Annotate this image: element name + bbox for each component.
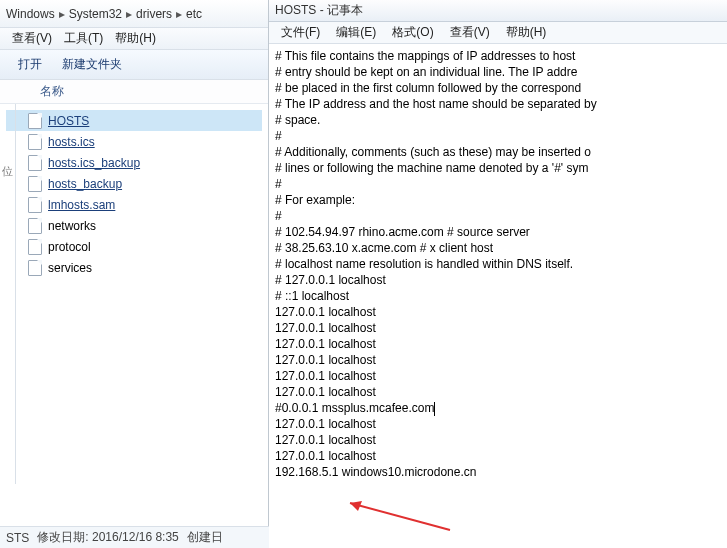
menu-file[interactable]: 文件(F) [273, 24, 328, 41]
menu-help[interactable]: 帮助(H) [109, 30, 162, 47]
nav-pane-edge: 位 [0, 104, 16, 484]
text-line: # 127.0.0.1 localhost [275, 272, 721, 288]
menu-tools[interactable]: 工具(T) [58, 30, 109, 47]
chevron-right-icon: ▸ [57, 7, 67, 21]
text-line: # space. [275, 112, 721, 128]
file-name: networks [48, 219, 96, 233]
menu-format[interactable]: 格式(O) [384, 24, 441, 41]
file-icon [28, 155, 42, 171]
status-mid: 修改日期: 2016/12/16 8:35 [37, 529, 178, 546]
file-item[interactable]: lmhosts.sam [6, 194, 262, 215]
chevron-right-icon: ▸ [174, 7, 184, 21]
file-icon [28, 239, 42, 255]
text-line: 127.0.0.1 localhost [275, 304, 721, 320]
text-line: # The IP address and the host name shoul… [275, 96, 721, 112]
text-line: # ::1 localhost [275, 288, 721, 304]
text-line: 127.0.0.1 localhost [275, 352, 721, 368]
text-line: #0.0.0.1 mssplus.mcafee.com [275, 400, 721, 416]
text-line: 127.0.0.1 localhost [275, 336, 721, 352]
open-button[interactable]: 打开 [8, 56, 52, 73]
text-line: # This file contains the mappings of IP … [275, 48, 721, 64]
file-item[interactable]: networks [6, 215, 262, 236]
file-name: hosts.ics_backup [48, 156, 140, 170]
text-line: # localhost name resolution is handled w… [275, 256, 721, 272]
status-right: 创建日 [187, 529, 223, 546]
menu-view[interactable]: 查看(V) [6, 30, 58, 47]
file-list: HOSTShosts.icshosts.ics_backuphosts_back… [0, 104, 268, 284]
file-name: services [48, 261, 92, 275]
file-item[interactable]: hosts_backup [6, 173, 262, 194]
file-item[interactable]: HOSTS [6, 110, 262, 131]
file-name: protocol [48, 240, 91, 254]
text-line: 127.0.0.1 localhost [275, 320, 721, 336]
menu-help[interactable]: 帮助(H) [498, 24, 555, 41]
file-item[interactable]: hosts.ics_backup [6, 152, 262, 173]
file-icon [28, 134, 42, 150]
breadcrumb-item[interactable]: drivers [134, 7, 174, 21]
menu-edit[interactable]: 编辑(E) [328, 24, 384, 41]
file-icon [28, 197, 42, 213]
text-line: 127.0.0.1 localhost [275, 368, 721, 384]
file-icon [28, 218, 42, 234]
text-line: # lines or following the machine name de… [275, 160, 721, 176]
explorer-menubar: 查看(V) 工具(T) 帮助(H) [0, 28, 268, 50]
notepad-menubar: 文件(F) 编辑(E) 格式(O) 查看(V) 帮助(H) [269, 22, 727, 44]
chevron-right-icon: ▸ [124, 7, 134, 21]
text-line: # be placed in the first column followed… [275, 80, 721, 96]
statusbar: STS 修改日期: 2016/12/16 8:35 创建日 [0, 526, 269, 548]
notepad-window: HOSTS - 记事本 文件(F) 编辑(E) 格式(O) 查看(V) 帮助(H… [269, 0, 727, 548]
menu-view[interactable]: 查看(V) [442, 24, 498, 41]
text-line: # [275, 176, 721, 192]
new-folder-button[interactable]: 新建文件夹 [52, 56, 132, 73]
file-item[interactable]: hosts.ics [6, 131, 262, 152]
file-item[interactable]: services [6, 257, 262, 278]
text-line: 192.168.5.1 windows10.microdone.cn [275, 464, 721, 480]
breadcrumb-item[interactable]: System32 [67, 7, 124, 21]
text-line: # 102.54.94.97 rhino.acme.com # source s… [275, 224, 721, 240]
breadcrumb-item[interactable]: etc [184, 7, 204, 21]
text-line: 127.0.0.1 localhost [275, 432, 721, 448]
nav-pane-label: 位 [0, 104, 15, 179]
file-item[interactable]: protocol [6, 236, 262, 257]
file-name: HOSTS [48, 114, 89, 128]
file-icon [28, 260, 42, 276]
file-icon [28, 176, 42, 192]
breadcrumb-item[interactable]: Windows [4, 7, 57, 21]
text-line: # [275, 208, 721, 224]
text-line: # [275, 128, 721, 144]
text-line: 127.0.0.1 localhost [275, 416, 721, 432]
text-line: 127.0.0.1 localhost [275, 384, 721, 400]
explorer-toolbar: 打开 新建文件夹 [0, 50, 268, 80]
file-name: lmhosts.sam [48, 198, 115, 212]
file-name: hosts_backup [48, 177, 122, 191]
notepad-title: HOSTS - 记事本 [269, 0, 727, 22]
text-line: # Additionally, comments (such as these)… [275, 144, 721, 160]
column-header-name[interactable]: 名称 [0, 80, 268, 104]
status-left: STS [6, 531, 29, 545]
explorer-window: Windows▸ System32▸ drivers▸ etc 查看(V) 工具… [0, 0, 269, 548]
file-name: hosts.ics [48, 135, 95, 149]
text-caret [434, 402, 435, 416]
text-editor[interactable]: # This file contains the mappings of IP … [269, 44, 727, 548]
text-line: 127.0.0.1 localhost [275, 448, 721, 464]
file-icon [28, 113, 42, 129]
text-line: # entry should be kept on an individual … [275, 64, 721, 80]
text-line: # For example: [275, 192, 721, 208]
breadcrumb[interactable]: Windows▸ System32▸ drivers▸ etc [0, 0, 268, 28]
text-line: # 38.25.63.10 x.acme.com # x client host [275, 240, 721, 256]
